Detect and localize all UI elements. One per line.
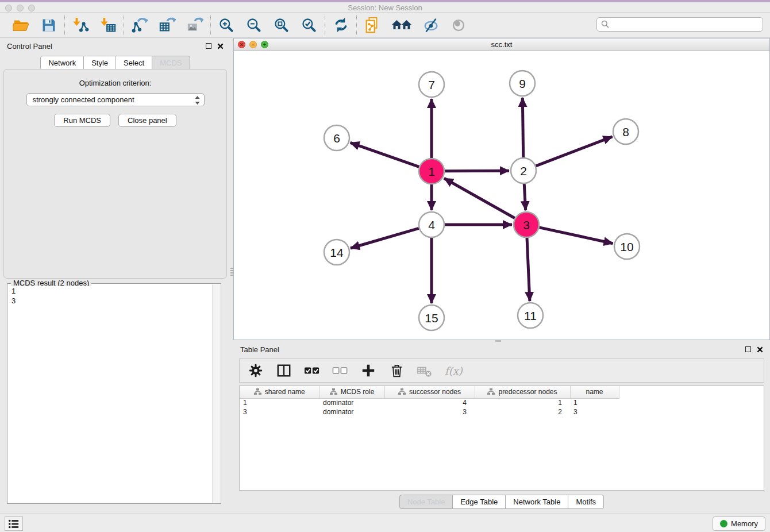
gear-icon[interactable] xyxy=(248,363,264,379)
import-table-icon[interactable] xyxy=(99,17,117,34)
column-header-label: successor nodes xyxy=(409,388,461,396)
split-view-icon[interactable] xyxy=(276,363,292,379)
graph-svg: 7968124314101511 xyxy=(234,51,769,340)
tab-mcds[interactable]: MCDS xyxy=(152,56,190,70)
table-cell[interactable]: 1 xyxy=(570,398,619,407)
table-cell[interactable]: 2 xyxy=(475,407,570,417)
table-cell[interactable]: 1 xyxy=(240,398,319,407)
graph-node-label: 8 xyxy=(622,125,629,138)
memory-label: Memory xyxy=(731,519,758,528)
column-header-shared-name[interactable]: shared name xyxy=(240,386,319,398)
list-icon xyxy=(7,518,20,530)
graph-node-label: 10 xyxy=(620,240,633,253)
memory-button[interactable]: Memory xyxy=(713,516,765,531)
select-all-icon[interactable] xyxy=(304,363,320,379)
tab-style[interactable]: Style xyxy=(84,56,116,70)
table-cell[interactable]: 3 xyxy=(240,407,319,417)
delete-table-icon[interactable] xyxy=(417,363,433,379)
table-row[interactable]: 1dominator411 xyxy=(240,398,619,407)
add-icon[interactable] xyxy=(360,363,376,379)
window-titlebar: Session: New Session xyxy=(0,0,770,13)
table-cell[interactable]: 4 xyxy=(384,398,475,407)
zoom-selected-icon[interactable] xyxy=(301,17,318,34)
tab-motifs[interactable]: Motifs xyxy=(568,495,604,509)
table-cell[interactable]: 1 xyxy=(475,398,570,407)
hide-panel-icon[interactable] xyxy=(422,17,440,34)
graph-edge-3-11[interactable] xyxy=(527,238,530,301)
search-box[interactable] xyxy=(596,17,763,32)
graph-edge-3-1[interactable] xyxy=(444,178,515,218)
table-panel-title: Table Panel xyxy=(240,345,279,354)
table-cell[interactable]: 3 xyxy=(384,407,475,417)
column-header-predecessor-nodes[interactable]: predecessor nodes xyxy=(475,386,570,398)
show-panel-icon[interactable] xyxy=(450,17,467,34)
table-cell[interactable]: dominator xyxy=(319,407,384,417)
function-icon[interactable]: f(x) xyxy=(445,365,463,377)
refresh-icon[interactable] xyxy=(332,17,349,34)
table-toolbar: f(x) xyxy=(239,358,764,383)
graph-edge-2-8[interactable] xyxy=(536,137,612,166)
table-row[interactable]: 3dominator323 xyxy=(240,407,619,417)
column-header-MCDS-role[interactable]: MCDS role xyxy=(319,386,384,398)
task-history-button[interactable] xyxy=(5,516,23,531)
column-header-label: predecessor nodes xyxy=(498,388,557,396)
network-window-titlebar[interactable]: ✕ − + scc.txt xyxy=(234,38,769,51)
optimization-criterion-label: Optimization criterion: xyxy=(4,79,226,87)
mcds-result-text[interactable]: 1 3 xyxy=(9,286,211,502)
home-icon[interactable] xyxy=(391,17,412,34)
graph-node-label: 15 xyxy=(425,311,438,325)
window-title: Session: New Session xyxy=(0,3,770,12)
table-tabs: Node Table Edge Table Network Table Moti… xyxy=(233,495,770,509)
graph-edge-3-10[interactable] xyxy=(539,228,613,244)
zoom-in-icon[interactable] xyxy=(218,17,235,34)
network-canvas[interactable]: 7968124314101511 xyxy=(234,51,769,340)
network-view-window: ✕ − + scc.txt 7968124314101511 xyxy=(233,38,770,340)
graph-node-label: 2 xyxy=(520,164,527,178)
table-cell[interactable]: 3 xyxy=(570,407,619,417)
close-table-panel-icon[interactable] xyxy=(757,346,763,353)
run-mcds-button[interactable]: Run MCDS xyxy=(54,114,110,127)
export-table-icon[interactable] xyxy=(159,17,176,34)
criterion-dropdown-value: strongly connected component xyxy=(33,95,134,104)
graph-edge-1-6[interactable] xyxy=(351,142,419,167)
result-scrollbar[interactable] xyxy=(212,284,220,503)
zoom-fit-icon[interactable] xyxy=(273,17,290,34)
search-icon xyxy=(601,20,610,29)
trash-icon[interactable] xyxy=(388,363,405,379)
mcds-panel-body: Optimization criterion: strongly connect… xyxy=(3,69,227,279)
tab-network[interactable]: Network xyxy=(40,56,84,70)
duplicate-network-icon[interactable] xyxy=(364,17,381,34)
close-panel-icon[interactable] xyxy=(217,43,224,49)
graph-edge-2-3[interactable] xyxy=(524,184,525,210)
import-network-icon[interactable] xyxy=(72,17,89,34)
mcds-result-line: 1 xyxy=(11,286,211,296)
save-session-icon[interactable] xyxy=(40,17,57,34)
search-input[interactable] xyxy=(613,20,759,29)
column-header-successor-nodes[interactable]: successor nodes xyxy=(384,386,475,398)
close-panel-button[interactable]: Close panel xyxy=(118,114,176,127)
graph-node-label: 4 xyxy=(428,218,435,232)
export-image-icon[interactable] xyxy=(186,17,203,34)
graph-node-label: 6 xyxy=(333,132,340,145)
column-type-icon xyxy=(330,388,337,395)
dropdown-stepper-icon xyxy=(195,96,200,105)
tab-network-table[interactable]: Network Table xyxy=(506,495,568,509)
tab-select[interactable]: Select xyxy=(116,56,152,70)
column-header-name[interactable]: name xyxy=(570,386,619,398)
graph-edge-1-2[interactable] xyxy=(445,171,509,171)
table-cell[interactable]: dominator xyxy=(319,398,384,407)
network-window-title: scc.txt xyxy=(234,40,769,49)
tab-node-table[interactable]: Node Table xyxy=(399,495,453,509)
float-panel-icon[interactable] xyxy=(206,43,211,49)
export-network-icon[interactable] xyxy=(131,17,148,34)
deselect-all-icon[interactable] xyxy=(332,363,348,379)
float-table-panel-icon[interactable] xyxy=(745,346,751,352)
memory-status-icon xyxy=(720,520,727,527)
graph-edge-4-14[interactable] xyxy=(351,228,419,248)
graph-edge-2-9[interactable] xyxy=(522,98,523,157)
open-session-icon[interactable] xyxy=(13,17,30,34)
zoom-out-icon[interactable] xyxy=(245,17,263,34)
main-toolbar xyxy=(0,13,770,38)
tab-edge-table[interactable]: Edge Table xyxy=(453,495,506,509)
criterion-dropdown[interactable]: strongly connected component xyxy=(26,93,205,106)
